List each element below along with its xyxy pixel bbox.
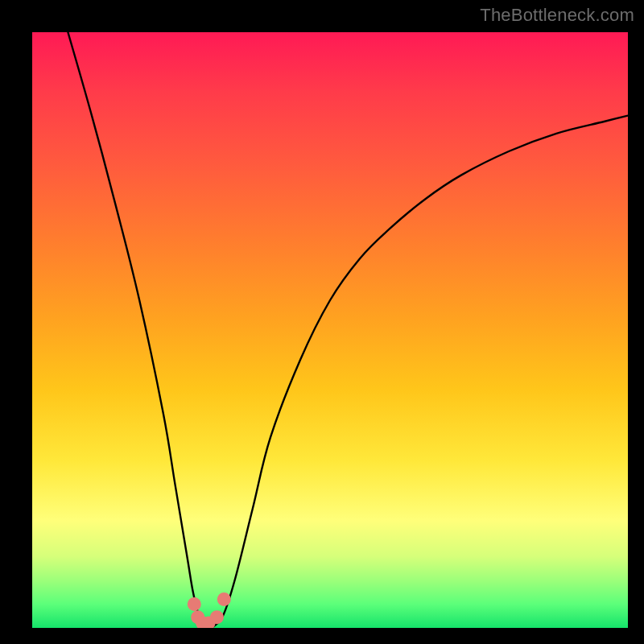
curve-marker <box>217 592 231 606</box>
curve-marker <box>188 597 201 611</box>
chart-frame: TheBottleneck.com <box>0 0 644 644</box>
plot-area <box>32 32 628 628</box>
curve-marker <box>196 617 209 628</box>
watermark-text: TheBottleneck.com <box>480 5 634 26</box>
chart-svg <box>32 32 628 628</box>
curve-markers <box>188 592 231 628</box>
bottleneck-curve <box>68 32 628 628</box>
curve-marker <box>202 617 216 628</box>
curve-marker <box>191 610 204 624</box>
curve-marker <box>210 610 224 624</box>
